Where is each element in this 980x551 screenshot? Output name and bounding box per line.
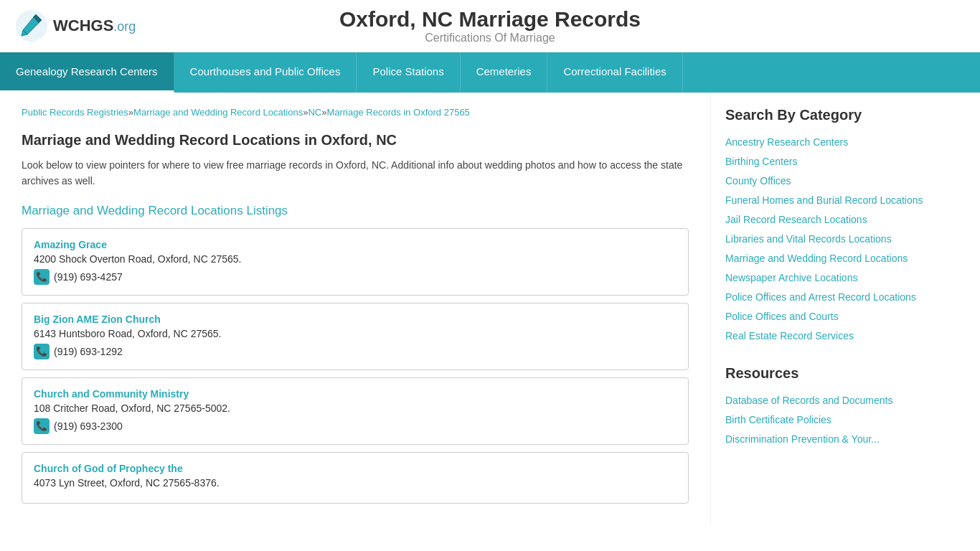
category-item-7: Newspaper Archive Locations <box>725 270 940 286</box>
resource-item-0: Database of Records and Documents <box>725 393 940 408</box>
main-content: Public Records Registries»Marriage and W… <box>0 93 710 525</box>
page-description: Look below to view pointers for where to… <box>22 157 689 189</box>
category-item-5: Libraries and Vital Records Locations <box>725 232 940 247</box>
resource-link-2[interactable]: Discrimination Prevention & Your... <box>725 433 880 445</box>
listing-address-2: 108 Critcher Road, Oxford, NC 27565-5002… <box>34 402 677 414</box>
category-item-8: Police Offices and Arrest Record Locatio… <box>725 290 940 305</box>
nav-item-police-stations[interactable]: Police Stations <box>357 52 460 93</box>
listing-card-1: Big Zion AME Zion Church6143 Huntsboro R… <box>22 303 689 370</box>
resource-link-1[interactable]: Birth Certificate Policies <box>725 414 831 425</box>
listing-address-0: 4200 Shock Overton Road, Oxford, NC 2756… <box>34 253 677 265</box>
resource-item-1: Birth Certificate Policies <box>725 413 940 428</box>
breadcrumb: Public Records Registries»Marriage and W… <box>22 107 689 118</box>
category-link-1[interactable]: Birthing Centers <box>725 156 797 167</box>
category-link-4[interactable]: Jail Record Research Locations <box>725 214 867 225</box>
logo-icon <box>14 9 49 43</box>
listing-name-0[interactable]: Amazing Grace <box>34 239 677 250</box>
content-wrapper: Public Records Registries»Marriage and W… <box>0 93 980 525</box>
listings-heading: Marriage and Wedding Record Locations Li… <box>22 204 689 218</box>
breadcrumb-link-1[interactable]: Marriage and Wedding Record Locations <box>133 107 303 118</box>
phone-icon: 📞 <box>34 418 50 434</box>
phone-icon: 📞 <box>34 344 50 359</box>
nav-item-cemeteries[interactable]: Cemeteries <box>461 52 548 93</box>
logo-area[interactable]: WCHGS.org <box>14 9 136 43</box>
category-item-1: Birthing Centers <box>725 154 940 169</box>
resource-item-2: Discrimination Prevention & Your... <box>725 432 940 447</box>
listing-name-3[interactable]: Church of God of Prophecy the <box>34 463 677 474</box>
breadcrumb-link-3[interactable]: Marriage Records in Oxford 27565 <box>326 107 469 118</box>
listings-container: Amazing Grace4200 Shock Overton Road, Ox… <box>22 228 689 504</box>
category-link-7[interactable]: Newspaper Archive Locations <box>725 272 857 283</box>
breadcrumb-sep: » <box>128 107 133 118</box>
category-link-10[interactable]: Real Estate Record Services <box>725 330 854 342</box>
page-heading: Marriage and Wedding Record Locations in… <box>22 132 689 149</box>
listing-phone-2: 📞(919) 693-2300 <box>34 418 677 434</box>
phone-number-0: (919) 693-4257 <box>54 271 123 283</box>
nav-item-genealogy-research-centers[interactable]: Genealogy Research Centers <box>0 52 174 93</box>
logo-text: WCHGS.org <box>53 17 136 35</box>
site-subtitle: Certifications Of Marriage <box>339 32 641 44</box>
category-item-2: County Offices <box>725 174 940 189</box>
category-link-8[interactable]: Police Offices and Arrest Record Locatio… <box>725 291 916 303</box>
phone-number-1: (919) 693-1292 <box>54 346 123 357</box>
site-title: Oxford, NC Marriage Records <box>339 7 641 32</box>
category-link-2[interactable]: County Offices <box>725 175 791 187</box>
listing-card-2: Church and Community Ministry108 Critche… <box>22 377 689 445</box>
category-link-0[interactable]: Ancestry Research Centers <box>725 136 848 148</box>
header: WCHGS.org Oxford, NC Marriage Records Ce… <box>0 0 980 52</box>
phone-icon: 📞 <box>34 269 50 285</box>
listing-card-0: Amazing Grace4200 Shock Overton Road, Ox… <box>22 228 689 296</box>
resources-list: Database of Records and DocumentsBirth C… <box>725 393 940 447</box>
category-item-3: Funeral Homes and Burial Record Location… <box>725 193 940 208</box>
category-item-4: Jail Record Research Locations <box>725 212 940 227</box>
search-by-category-title: Search By Category <box>725 107 940 123</box>
breadcrumb-link-0[interactable]: Public Records Registries <box>22 107 128 118</box>
sidebar: Search By Category Ancestry Research Cen… <box>710 93 954 525</box>
listing-address-3: 4073 Lyn Street, Oxford, NC 27565-8376. <box>34 477 677 489</box>
breadcrumb-link-2[interactable]: NC <box>308 107 321 118</box>
category-item-0: Ancestry Research Centers <box>725 135 940 150</box>
nav-item-correctional-facilities[interactable]: Correctional Facilities <box>547 52 682 93</box>
category-item-10: Real Estate Record Services <box>725 329 940 344</box>
category-link-6[interactable]: Marriage and Wedding Record Locations <box>725 253 908 264</box>
category-link-3[interactable]: Funeral Homes and Burial Record Location… <box>725 194 923 206</box>
resources-title: Resources <box>725 365 940 382</box>
phone-number-2: (919) 693-2300 <box>54 420 123 432</box>
main-nav: Genealogy Research CentersCourthouses an… <box>0 52 980 93</box>
resource-link-0[interactable]: Database of Records and Documents <box>725 395 892 406</box>
nav-item-courthouses-and-public-offices[interactable]: Courthouses and Public Offices <box>174 52 357 93</box>
category-link-5[interactable]: Libraries and Vital Records Locations <box>725 233 892 245</box>
listing-phone-0: 📞(919) 693-4257 <box>34 269 677 285</box>
listing-name-1[interactable]: Big Zion AME Zion Church <box>34 314 677 325</box>
listing-card-3: Church of God of Prophecy the4073 Lyn St… <box>22 452 689 504</box>
header-center: Oxford, NC Marriage Records Certificatio… <box>339 7 641 44</box>
listing-name-2[interactable]: Church and Community Ministry <box>34 388 677 400</box>
listing-phone-1: 📞(919) 693-1292 <box>34 344 677 359</box>
category-item-6: Marriage and Wedding Record Locations <box>725 251 940 266</box>
listing-address-1: 6143 Huntsboro Road, Oxford, NC 27565. <box>34 328 677 339</box>
category-list: Ancestry Research CentersBirthing Center… <box>725 135 940 344</box>
category-item-9: Police Offices and Courts <box>725 309 940 324</box>
category-link-9[interactable]: Police Offices and Courts <box>725 311 839 322</box>
